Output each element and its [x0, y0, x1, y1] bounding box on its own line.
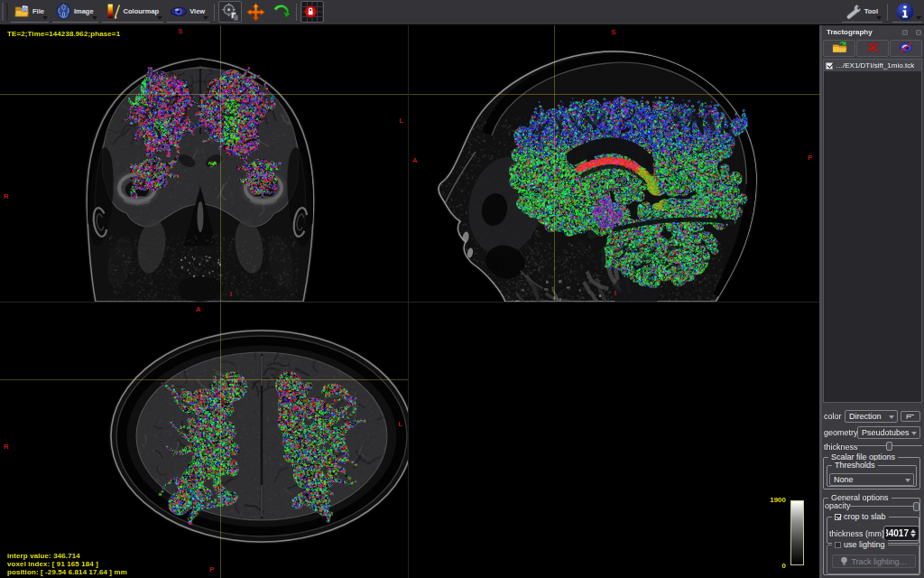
thickness-label: thickness — [824, 443, 858, 452]
crop-to-slab-group-title: crop to slab — [832, 512, 889, 521]
toolbar-handle[interactable] — [2, 3, 8, 21]
color-combobox[interactable]: Direction — [845, 410, 898, 423]
crop-to-slab-checkbox[interactable] — [835, 514, 841, 520]
orientation-label: L — [399, 421, 403, 428]
geometry-combobox-value: Pseudotubes — [862, 428, 910, 437]
orientation-label: I — [614, 290, 616, 297]
thickness-slider[interactable] — [855, 441, 922, 452]
hide-tracks-button[interactable] — [890, 40, 922, 57]
toolbar-spacer — [325, 0, 840, 24]
orientation-label: R — [4, 443, 9, 451]
dropdown-arrow-icon — [916, 16, 921, 20]
lock-axes-button[interactable] — [300, 1, 324, 23]
view-button-label: View — [189, 7, 205, 15]
view-separator-horizontal — [0, 302, 819, 303]
combo-arrow-icon — [911, 432, 917, 435]
tool-button[interactable]: Tool — [842, 1, 882, 23]
toolbar-separator — [887, 4, 888, 21]
spin-up-icon[interactable] — [910, 529, 916, 533]
pan-icon — [245, 2, 266, 23]
slider-handle[interactable] — [886, 442, 892, 451]
main-area: S I R L S I A P A P R L TE=2;Time=144238… — [0, 25, 924, 578]
close-icon — [867, 41, 879, 57]
track-lighting-button[interactable]: Track lighting… — [832, 555, 916, 568]
track-list: …/EX1/DTI/sift_1mio.tck — [823, 59, 922, 403]
view-separator-vertical — [408, 25, 409, 578]
focus-icon — [220, 2, 240, 22]
image-annotation: TE=2;Time=144238.962;phase=1 — [7, 30, 120, 38]
orientation-label: L — [400, 117, 404, 125]
crop-to-slab-label: crop to slab — [844, 512, 886, 521]
mrview-window: File Image — [0, 0, 924, 578]
thresholds-group: Thresholds None — [827, 465, 917, 487]
orientation-label: P — [209, 566, 214, 573]
status-voxel-index: voxel index: [ 91 165 184 ] — [7, 560, 127, 568]
geometry-row: geometry — [824, 426, 858, 439]
close-tracks-button[interactable] — [856, 40, 889, 57]
dropdown-arrow-icon — [157, 16, 162, 20]
pan-mode-button[interactable] — [244, 1, 267, 23]
colourmap-button-label: Colourmap — [124, 7, 160, 15]
colourbar-min-label: 0 — [782, 562, 786, 570]
opacity-slider[interactable] — [849, 501, 919, 512]
toolbar-separator — [214, 4, 215, 21]
dock-splitter[interactable] — [819, 25, 822, 578]
wrench-icon — [845, 3, 863, 21]
coronal-crosshair-h — [0, 94, 408, 95]
toolbar-separator — [296, 4, 297, 21]
thresholds-group-title: Thresholds — [832, 461, 878, 470]
info-button[interactable] — [892, 1, 922, 23]
main-toolbar: File Image — [0, 0, 924, 25]
rotate-mode-button[interactable] — [269, 1, 292, 23]
thresholds-combobox-value: None — [834, 475, 854, 484]
use-lighting-checkbox[interactable] — [835, 542, 841, 548]
folder-icon — [14, 3, 31, 20]
general-options-group: General options opacity crop to slab thi… — [823, 498, 920, 575]
slider-handle[interactable] — [913, 502, 919, 511]
use-lighting-group: use lighting Track lighting… — [827, 545, 919, 574]
axial-crosshair-v — [220, 303, 221, 578]
scalar-file-options-group: Scalar file options Thresholds None — [823, 457, 920, 489]
thresholds-combobox[interactable]: None — [829, 473, 914, 486]
focus-mode-button[interactable] — [218, 1, 242, 23]
use-lighting-group-title: use lighting — [832, 540, 888, 549]
dropdown-arrow-icon — [42, 16, 48, 20]
brain-icon — [55, 3, 72, 20]
color-label: color — [824, 412, 842, 421]
track-list-item[interactable]: …/EX1/DTI/sift_1mio.tck — [824, 60, 921, 71]
color-combobox-value: Direction — [849, 412, 882, 421]
info-icon — [895, 2, 915, 22]
status-position: position: [ -29.54 6.814 17.64 ] mm — [7, 568, 127, 576]
use-lighting-label: use lighting — [844, 540, 885, 549]
open-tracks-button[interactable] — [823, 40, 855, 57]
orientation-label: S — [178, 28, 182, 35]
axial-crosshair-h — [0, 379, 408, 380]
colourmap-button[interactable]: Colourmap — [102, 1, 164, 23]
track-name: …/EX1/DTI/sift_1mio.tck — [836, 61, 914, 70]
geometry-combobox[interactable]: Pseudotubes — [857, 426, 920, 439]
orientation-label: P — [808, 154, 812, 162]
status-text: interp value: 346.714voxel index: [ 91 1… — [7, 552, 127, 576]
lock-icon — [302, 2, 322, 22]
spin-down-icon[interactable] — [910, 534, 916, 537]
file-button-label: File — [32, 7, 44, 15]
reset-icon — [271, 2, 291, 23]
panel-float-button[interactable] — [902, 30, 908, 35]
file-button[interactable]: File — [11, 1, 49, 23]
thickness-row: thickness — [824, 442, 858, 452]
slab-thickness-value: 34017 — [886, 528, 909, 538]
track-checkbox[interactable] — [826, 62, 833, 70]
tractography-panel: Tractography — [819, 25, 924, 578]
orientation-label: A — [196, 306, 201, 313]
combo-arrow-icon — [889, 415, 894, 419]
sagittal-crosshair-v — [554, 25, 555, 302]
view-button[interactable]: View — [167, 1, 209, 23]
slab-thickness-spinbox[interactable]: 34017 — [883, 526, 919, 541]
track-lighting-label: Track lighting… — [851, 557, 907, 566]
color-extra-button[interactable] — [901, 411, 920, 422]
colourbar — [790, 500, 804, 565]
panel-close-button[interactable] — [916, 30, 921, 35]
image-button[interactable]: Image — [52, 1, 98, 23]
slider-groove — [849, 506, 919, 507]
dropdown-arrow-icon — [203, 16, 208, 20]
